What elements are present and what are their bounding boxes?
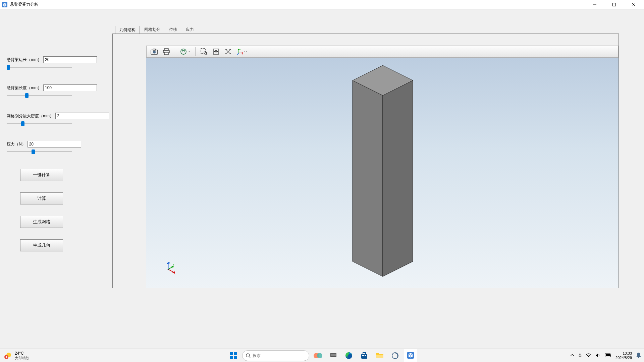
taskbar-current-app-icon[interactable] [404,349,417,362]
svg-rect-44 [606,354,610,356]
control-panel: 悬臂梁边长（mm） 悬臂梁长度（mm） 网格划分最大密度（mm） 压力（N） 一… [7,56,77,263]
svg-point-39 [392,353,398,359]
notifications-icon[interactable] [636,352,641,359]
systray-chevron-icon[interactable] [570,353,574,358]
svg-rect-36 [362,355,364,356]
taskbar-taskview-icon[interactable] [327,349,340,362]
generate-mesh-button[interactable]: 生成网格 [20,216,63,228]
taskbar-search[interactable] [242,350,309,361]
weather-desc: 大部晴朗 [15,356,30,360]
taskbar: 1 24°C 大部晴朗 [0,349,644,362]
force-label: 压力（N） [7,141,26,147]
zoom-area-icon[interactable] [198,47,210,57]
mesh-density-input[interactable] [55,113,109,119]
taskbar-app-icon[interactable] [388,349,402,362]
battery-icon[interactable] [605,353,611,358]
tab-displacement[interactable]: 位移 [165,25,181,34]
viewer-panel: 几何结构 网格划分 位移 应力 [112,26,619,291]
svg-text:Z: Z [169,261,170,264]
svg-text:X: X [174,272,175,275]
svg-point-28 [246,354,250,357]
svg-rect-25 [234,352,237,355]
svg-rect-43 [610,355,611,356]
clock-date: 2024/8/29 [615,356,632,360]
taskbar-edge-icon[interactable] [342,349,356,362]
svg-rect-37 [365,355,366,356]
svg-rect-27 [234,356,237,359]
svg-rect-9 [201,49,206,53]
svg-rect-7 [164,52,168,55]
fit-view-icon[interactable] [210,47,222,57]
tab-geometry[interactable]: 几何结构 [115,26,140,34]
svg-rect-3 [153,49,156,50]
edge-length-input[interactable] [43,56,97,63]
titlebar: 悬臂梁受力分析 [0,0,644,9]
svg-text:Y: Y [239,49,241,51]
tab-stress[interactable]: 应力 [181,25,198,34]
viewport-3d[interactable]: Z X Y [146,58,619,288]
close-button[interactable] [624,0,643,9]
taskbar-store-icon[interactable] [358,349,371,362]
tab-mesh[interactable]: 网格划分 [140,25,165,34]
maximize-button[interactable] [604,0,624,9]
viewer-toolbar: Y X [146,46,619,58]
minimize-button[interactable] [585,0,604,9]
coordinate-triad-icon: Z X Y [163,261,176,275]
print-icon[interactable] [161,47,172,57]
svg-point-8 [181,49,186,54]
edge-length-label: 悬臂梁边长（mm） [7,57,42,63]
svg-rect-35 [363,353,366,354]
svg-point-4 [153,51,156,54]
legend-dropdown-icon[interactable] [178,47,193,57]
clock-time: 10:33 [623,351,632,356]
edge-length-slider[interactable] [7,64,72,71]
beam-geometry [351,64,415,278]
svg-marker-15 [353,80,383,277]
svg-point-10 [204,52,207,54]
taskbar-search-input[interactable] [253,353,306,358]
force-input[interactable] [28,141,81,147]
beam-length-input[interactable] [43,84,97,91]
taskbar-weather[interactable]: 1 24°C 大部晴朗 [0,351,101,360]
screenshot-icon[interactable] [149,47,160,57]
axis-view-dropdown-icon[interactable]: Y X [234,47,249,57]
taskbar-explorer-icon[interactable] [373,349,386,362]
search-icon [246,353,251,358]
svg-text:1: 1 [6,356,7,359]
start-button[interactable] [227,349,240,362]
taskbar-copilot-icon[interactable] [311,349,325,362]
svg-rect-32 [331,354,336,356]
weather-icon: 1 [3,351,13,360]
weather-temp: 24°C [15,351,30,356]
svg-marker-16 [383,80,413,277]
generate-geometry-button[interactable]: 生成几何 [20,239,63,251]
ime-indicator[interactable]: 英 [578,353,582,358]
window-title: 悬臂梁受力分析 [10,2,38,7]
isometric-view-icon[interactable] [222,47,234,57]
beam-length-slider[interactable] [7,92,72,99]
force-slider[interactable] [7,148,72,156]
svg-rect-38 [376,355,383,358]
svg-rect-34 [361,354,367,359]
svg-rect-24 [230,352,233,355]
compute-button[interactable]: 计算 [20,192,63,204]
svg-text:Y: Y [173,263,174,266]
svg-rect-26 [230,356,233,359]
svg-point-20 [168,269,169,270]
svg-rect-1 [613,3,616,6]
one-click-compute-button[interactable]: 一键计算 [20,169,63,181]
viewer-tabstrip: 几何结构 网格划分 位移 应力 [112,26,619,34]
svg-point-30 [317,353,322,358]
svg-point-41 [588,356,589,357]
app-icon [1,1,8,8]
mesh-density-label: 网格划分最大密度（mm） [7,113,54,119]
svg-point-45 [638,357,639,358]
volume-icon[interactable] [595,353,601,358]
mesh-density-slider[interactable] [7,120,72,127]
beam-length-label: 悬臂梁长度（mm） [7,85,42,91]
viewer-frame: Y X Z X [112,34,619,288]
wifi-icon[interactable] [586,353,591,358]
svg-rect-5 [164,49,168,50]
taskbar-clock[interactable]: 10:33 2024/8/29 [615,351,632,360]
svg-text:X: X [242,53,243,55]
